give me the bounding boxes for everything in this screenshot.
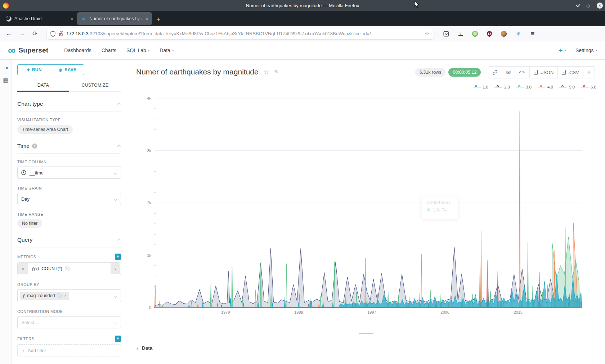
- add-filter-button[interactable]: +: [115, 336, 121, 342]
- ublock-icon[interactable]: [486, 31, 493, 37]
- window-minimize-icon[interactable]: [575, 3, 580, 7]
- reload-button[interactable]: ⟳: [32, 30, 37, 37]
- save-button[interactable]: ⊕ SAVE: [51, 64, 85, 75]
- series-dot-icon: [427, 208, 430, 211]
- url-text: 172.18.0.3:32108/superset/explore/?form_…: [66, 31, 425, 36]
- group-by-label: GROUP BY: [17, 282, 121, 287]
- resize-handle[interactable]: [359, 333, 373, 336]
- plus-icon: +: [22, 347, 25, 354]
- favorite-star-icon[interactable]: ☆: [264, 68, 269, 76]
- export-csv-button[interactable]: x .CSV: [557, 67, 583, 78]
- legend-item-5.0[interactable]: 5.0: [559, 85, 575, 89]
- query-timer-badge: 00:00:05.12: [448, 68, 481, 77]
- legend-item-4.0[interactable]: 4.0: [538, 85, 553, 89]
- downloads-icon[interactable]: ↓: [457, 31, 464, 37]
- tab-superset-chart[interactable]: ∞ Numer of earthquakes by m ×: [77, 12, 152, 25]
- window-maximize-icon[interactable]: ◇: [585, 3, 591, 8]
- hamburger-icon: ≡: [587, 69, 591, 76]
- svg-text:4k: 4k: [147, 96, 151, 100]
- embed-code-button[interactable]: <>: [515, 67, 529, 78]
- contribution-mode-select[interactable]: Select ...: [17, 316, 121, 328]
- panel-tabs: DATA CUSTOMIZE: [17, 80, 121, 92]
- chart-panel: Numer of earthquakes by magnitude ☆ ✎ 6.…: [127, 60, 605, 364]
- settings-menu[interactable]: Settings▾: [575, 47, 597, 53]
- bookmark-star-icon[interactable]: ☆: [425, 31, 429, 37]
- svg-text:1979: 1979: [221, 310, 230, 314]
- nav-dashboards[interactable]: Dashboards: [64, 47, 91, 53]
- tab-data[interactable]: DATA: [17, 80, 69, 91]
- timeseries-area-chart[interactable]: 01k2k3k4k19791988199720062015: [127, 90, 605, 320]
- svg-text:3k: 3k: [147, 149, 151, 153]
- pocket-icon[interactable]: [443, 31, 449, 37]
- caret-down-icon: ▾: [595, 49, 597, 52]
- add-metric-button[interactable]: +: [115, 254, 121, 260]
- time-range-pill[interactable]: No filter: [17, 219, 42, 228]
- legend-item-2.0[interactable]: 2.0: [494, 85, 510, 89]
- chart-actions-group: ✉ <> ≡ .JSON x .CSV ≡: [488, 66, 595, 78]
- legend-marker-icon: [473, 85, 481, 89]
- group-by-select[interactable]: ƒ mag_rounded ? ×: [17, 289, 121, 302]
- menu-hamburger-icon[interactable]: ≡: [529, 31, 536, 37]
- info-icon: i: [32, 144, 37, 149]
- app-window: Numer of earthquakes by magnitude — Mozi…: [0, 0, 605, 364]
- metrics-label: METRICS +: [17, 254, 121, 260]
- dataset-grid-icon[interactable]: ▦: [3, 77, 8, 83]
- nav-data[interactable]: Data▾: [160, 47, 174, 53]
- section-time[interactable]: Time i: [17, 143, 121, 154]
- window-titlebar: Numer of earthquakes by magnitude — Mozi…: [0, 0, 605, 11]
- metric-chip[interactable]: × ƒ(x) COUNT(*) ? ›: [17, 262, 121, 275]
- tracking-protection-icon[interactable]: [50, 31, 55, 37]
- new-tab-button[interactable]: +: [156, 15, 160, 23]
- add-filter-dropzone[interactable]: + Add filter: [17, 344, 121, 356]
- chart-menu-button[interactable]: ≡: [583, 67, 595, 78]
- extension-blue-icon[interactable]: ✳: [515, 31, 521, 37]
- remove-metric-icon[interactable]: ×: [18, 263, 28, 274]
- new-item-button[interactable]: +▾: [559, 47, 566, 54]
- legend-item-3.0[interactable]: 3.0: [516, 85, 532, 89]
- viz-type-label: VISUALIZATION TYPE: [17, 118, 121, 122]
- run-button[interactable]: RUN: [17, 64, 51, 75]
- tab-apache-druid[interactable]: Apache Druid ×: [2, 12, 77, 25]
- time-grain-select[interactable]: Day: [17, 193, 121, 205]
- section-query[interactable]: Query: [17, 237, 121, 247]
- data-panel-toggle[interactable]: › Data: [136, 345, 605, 351]
- back-button[interactable]: ←: [6, 30, 12, 37]
- remove-chip-icon[interactable]: ×: [64, 293, 66, 298]
- window-close-icon[interactable]: ×: [597, 3, 603, 9]
- share-link-button[interactable]: [488, 67, 502, 78]
- svg-text:1k: 1k: [147, 253, 151, 258]
- forward-button[interactable]: →: [19, 30, 25, 37]
- email-button[interactable]: ✉: [502, 67, 515, 78]
- metric-expand-icon[interactable]: ›: [111, 263, 120, 274]
- group-by-chip[interactable]: ƒ mag_rounded ? ×: [20, 292, 69, 300]
- time-grain-label: TIME GRAIN: [17, 186, 121, 190]
- time-column-label: TIME COLUMN: [17, 160, 121, 164]
- contribution-mode-label: CONTRIBUTION MODE: [17, 309, 121, 314]
- insecure-lock-icon[interactable]: [58, 31, 63, 37]
- export-json-button[interactable]: ≡ .JSON: [529, 67, 557, 78]
- tab-close-icon[interactable]: ×: [71, 16, 73, 22]
- collapse-datasource-icon[interactable]: ⇥: [3, 65, 8, 71]
- nav-sql-lab[interactable]: SQL Lab▾: [126, 47, 149, 53]
- chevron-up-icon: [117, 238, 121, 242]
- legend-item-1.0[interactable]: 1.0: [473, 85, 488, 89]
- time-column-select[interactable]: __time: [17, 167, 121, 179]
- extension-green-icon[interactable]: [472, 31, 478, 37]
- nav-charts[interactable]: Charts: [102, 47, 116, 53]
- section-chart-type[interactable]: Chart type: [17, 101, 121, 112]
- clock-icon: [21, 170, 26, 175]
- help-icon: ?: [57, 294, 62, 298]
- tab-customize[interactable]: CUSTOMIZE: [69, 80, 121, 91]
- superset-logo[interactable]: ∞ Superset: [8, 45, 48, 55]
- druid-favicon: [6, 16, 12, 22]
- legend-item-6.0[interactable]: 6.0: [581, 85, 596, 89]
- tab-close-icon[interactable]: ×: [145, 16, 148, 22]
- cookie-extension-icon[interactable]: [501, 31, 507, 37]
- viz-type-pill[interactable]: Time-series Area Chart: [17, 125, 73, 134]
- chevron-down-icon: [114, 295, 117, 298]
- filters-label: FILTERS +: [17, 336, 121, 342]
- mouse-cursor: [414, 1, 420, 9]
- superset-logo-icon: ∞: [8, 45, 15, 55]
- address-bar[interactable]: 172.18.0.3:32108/superset/explore/?form_…: [47, 28, 433, 39]
- edit-properties-icon[interactable]: ✎: [274, 69, 279, 75]
